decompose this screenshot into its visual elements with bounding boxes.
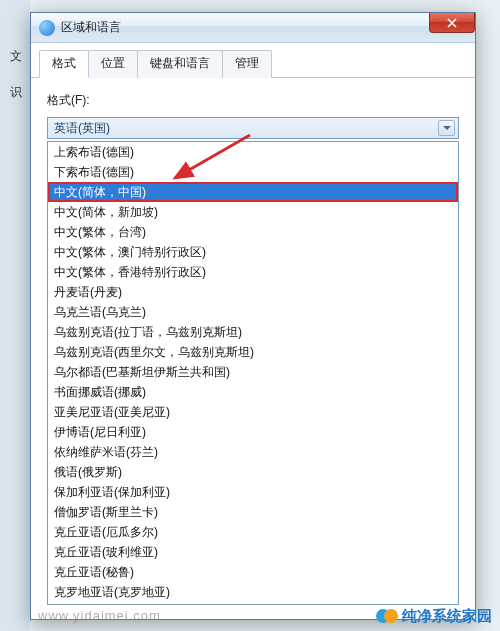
list-item[interactable]: 中文(简体，新加坡) — [48, 202, 458, 222]
dialog-body: 格式(F): 英语(英国) 上索布语(德国)下索布语(德国)中文(简体，中国)中… — [31, 78, 475, 619]
brand-text: 纯净系统家园 — [402, 607, 492, 626]
tab-3[interactable]: 管理 — [222, 50, 272, 78]
list-item[interactable]: 乌兹别克语(拉丁语，乌兹别克斯坦) — [48, 322, 458, 342]
list-item[interactable]: 中文(繁体，香港特别行政区) — [48, 262, 458, 282]
list-item[interactable]: 乌兹别克语(西里尔文，乌兹别克斯坦) — [48, 342, 458, 362]
bg-menu-partial: 文 — [10, 48, 22, 65]
list-item[interactable]: 克丘亚语(玻利维亚) — [48, 542, 458, 562]
list-item[interactable]: 中文(繁体，澳门特别行政区) — [48, 242, 458, 262]
list-item[interactable]: 克丘亚语(厄瓜多尔) — [48, 522, 458, 542]
close-button[interactable] — [429, 13, 475, 33]
tab-2[interactable]: 键盘和语言 — [137, 50, 223, 78]
dialog-title: 区域和语言 — [61, 19, 121, 36]
brand-logo-icon — [376, 605, 398, 627]
format-label: 格式(F): — [47, 92, 459, 109]
chevron-down-icon — [438, 120, 455, 136]
list-item[interactable]: 乌克兰语(乌克兰) — [48, 302, 458, 322]
list-item[interactable]: 乌尔都语(巴基斯坦伊斯兰共和国) — [48, 362, 458, 382]
list-item[interactable]: 下索布语(德国) — [48, 162, 458, 182]
format-combobox[interactable]: 英语(英国) — [47, 117, 459, 139]
watermark-brand: 纯净系统家园 — [376, 605, 492, 627]
tab-1[interactable]: 位置 — [88, 50, 138, 78]
list-item[interactable]: 丹麦语(丹麦) — [48, 282, 458, 302]
list-item[interactable]: 保加利亚语(保加利亚) — [48, 482, 458, 502]
list-item[interactable]: 中文(简体，中国) — [48, 182, 458, 202]
titlebar: 区域和语言 — [31, 13, 475, 43]
close-icon — [447, 18, 457, 28]
globe-icon — [39, 20, 55, 36]
bg-menu-partial2: 识 — [10, 84, 22, 101]
watermark-url: www.yidaimei.com — [38, 608, 161, 623]
list-item[interactable]: 上索布语(德国) — [48, 142, 458, 162]
tab-0[interactable]: 格式 — [39, 50, 89, 78]
list-item[interactable]: 亚美尼亚语(亚美尼亚) — [48, 402, 458, 422]
region-language-dialog: 区域和语言 格式位置键盘和语言管理 格式(F): 英语(英国) 上索布语(德国)… — [30, 12, 476, 620]
list-item[interactable]: 伊博语(尼日利亚) — [48, 422, 458, 442]
list-item[interactable]: 僧伽罗语(斯里兰卡) — [48, 502, 458, 522]
format-listbox[interactable]: 上索布语(德国)下索布语(德国)中文(简体，中国)中文(简体，新加坡)中文(繁体… — [47, 141, 459, 605]
combo-value: 英语(英国) — [54, 120, 110, 137]
list-item[interactable]: 俄语(俄罗斯) — [48, 462, 458, 482]
list-item[interactable]: 中文(繁体，台湾) — [48, 222, 458, 242]
list-item[interactable]: 克罗地亚语(克罗地亚) — [48, 582, 458, 602]
list-item[interactable]: 书面挪威语(挪威) — [48, 382, 458, 402]
list-item[interactable]: 依纳维萨米语(芬兰) — [48, 442, 458, 462]
list-item[interactable]: 克丘亚语(秘鲁) — [48, 562, 458, 582]
tab-strip: 格式位置键盘和语言管理 — [31, 43, 475, 78]
